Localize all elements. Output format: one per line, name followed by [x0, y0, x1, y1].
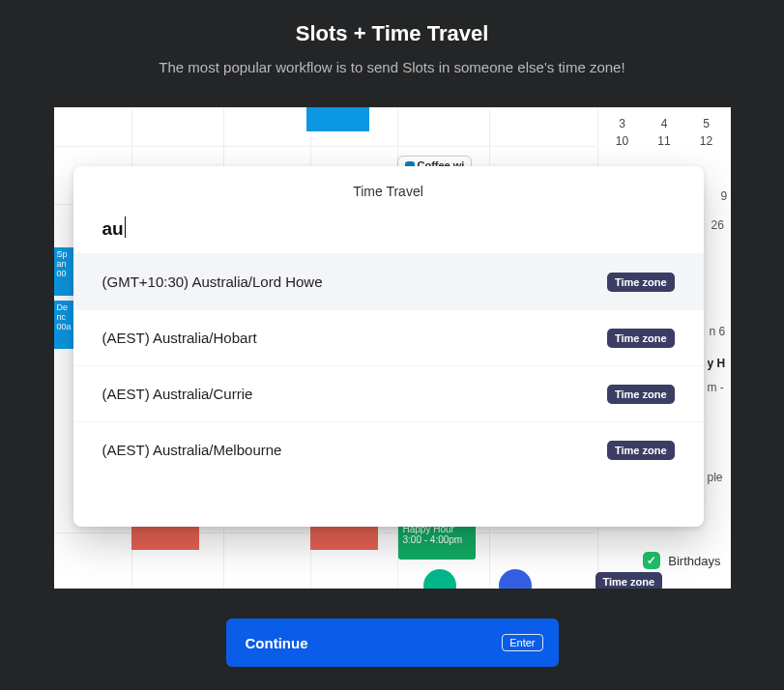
timezone-badge: Time zone	[607, 273, 675, 292]
right-text-fragment: y H	[708, 357, 731, 370]
calendar-event-happy-hour[interactable]: Happy Hour 3:00 - 4:00pm	[398, 521, 476, 560]
app-screenshot: Coffee wi Sp an 00 De nc 00a 3 4 5 10 11…	[54, 107, 731, 589]
right-text-fragment: ple	[708, 471, 731, 484]
keyboard-hint-enter: Enter	[502, 634, 542, 651]
search-input-value: au	[102, 216, 127, 240]
modal-title: Time Travel	[73, 166, 704, 207]
right-text-fragment: 26	[711, 218, 731, 232]
footer: Continue Enter	[0, 618, 784, 667]
calendar-toggle-label: Birthdays	[668, 554, 720, 568]
timezone-option[interactable]: (AEST) Australia/Hobart Time zone	[73, 309, 704, 365]
page-subtitle: The most popular workflow is to send Slo…	[0, 59, 784, 75]
mini-calendar-row: 10 11 12	[608, 132, 721, 150]
continue-button-label: Continue	[246, 635, 308, 651]
calendar-toggle-birthdays[interactable]: ✓ Birthdays	[643, 552, 720, 569]
timezone-badge: Time zone	[595, 572, 663, 589]
timezone-badge: Time zone	[607, 329, 675, 348]
right-text-fragment: 9	[721, 189, 731, 203]
right-text-fragment: n 6	[710, 325, 731, 338]
mini-calendar-row: 3 4 5	[608, 115, 721, 132]
continue-button[interactable]: Continue Enter	[226, 618, 559, 667]
timezone-option-label: (AEST) Australia/Currie	[102, 386, 253, 402]
timezone-option[interactable]: (AEST) Australia/Currie Time zone	[73, 365, 704, 421]
timezone-option[interactable]: (AEST) Australia/Melbourne Time zone	[73, 421, 704, 477]
timezone-option-label: (GMT+10:30) Australia/Lord Howe	[102, 273, 323, 290]
onboarding-header: Slots + Time Travel The most popular wor…	[0, 0, 784, 75]
timezone-results-list: (GMT+10:30) Australia/Lord Howe Time zon…	[73, 253, 704, 477]
page-title: Slots + Time Travel	[0, 21, 784, 46]
timezone-search-input[interactable]: au	[73, 207, 704, 253]
checkmark-icon: ✓	[643, 552, 660, 569]
timezone-badge: Time zone	[607, 385, 675, 404]
time-travel-modal: Time Travel au (GMT+10:30) Australia/Lor…	[73, 166, 704, 527]
timezone-option-label: (AEST) Australia/Hobart	[102, 330, 257, 346]
text-caret	[125, 216, 126, 238]
calendar-event-block	[306, 107, 369, 131]
timezone-option[interactable]: (GMT+10:30) Australia/Lord Howe Time zon…	[73, 253, 704, 309]
right-text-fragment: m -	[708, 381, 731, 394]
timezone-option-label: (AEST) Australia/Melbourne	[102, 442, 282, 458]
calendar-event-left-b[interactable]: De nc 00a	[54, 301, 75, 349]
calendar-event-left-a[interactable]: Sp an 00	[54, 247, 75, 296]
timezone-badge: Time zone	[607, 441, 675, 460]
